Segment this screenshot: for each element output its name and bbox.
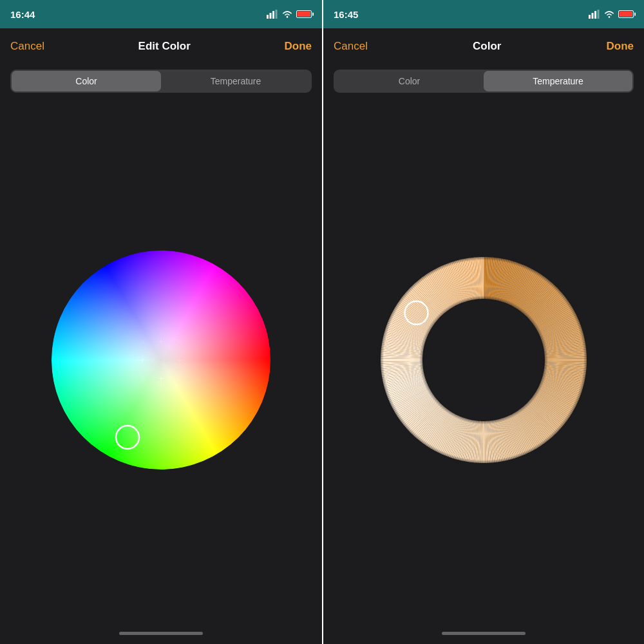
left-nav-bar: Cancel Edit Color Done <box>0 28 322 64</box>
right-status-icons <box>589 10 634 19</box>
color-wheel-wrapper[interactable] <box>52 251 270 469</box>
right-time: 16:45 <box>334 9 358 20</box>
right-wifi-icon <box>603 10 615 19</box>
left-color-wheel-container[interactable] <box>0 98 322 622</box>
right-home-indicator <box>323 622 644 644</box>
left-done-button[interactable]: Done <box>284 40 312 53</box>
right-cancel-button[interactable]: Cancel <box>334 40 368 53</box>
svg-rect-2 <box>272 11 274 19</box>
right-done-button[interactable]: Done <box>607 40 634 53</box>
left-time: 16:44 <box>10 9 35 20</box>
temperature-ring-canvas[interactable] <box>374 251 593 469</box>
left-nav-title: Edit Color <box>138 40 191 53</box>
left-temperature-tab[interactable]: Temperature <box>161 71 310 91</box>
svg-rect-11 <box>594 11 596 19</box>
temp-ring-wrapper[interactable] <box>374 251 593 469</box>
left-phone-panel: 16:44 Cancel Edit Color Done <box>0 0 322 644</box>
right-nav-bar: Cancel Color Done <box>323 28 644 64</box>
right-home-bar <box>442 632 526 635</box>
right-signal-icon <box>589 10 600 19</box>
color-wheel-canvas[interactable] <box>52 251 270 469</box>
right-segment-control: Color Temperature <box>334 70 634 93</box>
battery-icon <box>296 10 312 18</box>
right-nav-title: Color <box>473 40 501 53</box>
left-color-tab[interactable]: Color <box>12 71 161 91</box>
left-home-bar <box>119 632 203 635</box>
wifi-icon <box>281 10 293 19</box>
right-temperature-tab[interactable]: Temperature <box>484 71 632 91</box>
svg-rect-3 <box>276 10 278 19</box>
right-phone-panel: 16:45 Cancel Color Done Color <box>322 0 644 644</box>
svg-rect-9 <box>589 15 591 19</box>
left-status-bar: 16:44 <box>0 0 322 28</box>
left-segment-control: Color Temperature <box>10 70 312 93</box>
svg-rect-12 <box>598 10 600 19</box>
left-home-indicator <box>0 622 322 644</box>
signal-icon <box>267 10 278 19</box>
svg-rect-0 <box>267 15 269 19</box>
right-color-tab[interactable]: Color <box>335 71 484 91</box>
svg-point-4 <box>287 16 289 18</box>
right-battery-icon <box>618 10 634 18</box>
left-status-icons <box>267 10 312 19</box>
svg-rect-1 <box>270 13 272 19</box>
svg-point-13 <box>609 16 611 18</box>
temp-ring-container[interactable] <box>323 98 644 622</box>
right-status-bar: 16:45 <box>323 0 644 28</box>
left-cancel-button[interactable]: Cancel <box>10 40 44 53</box>
svg-rect-10 <box>592 13 594 19</box>
